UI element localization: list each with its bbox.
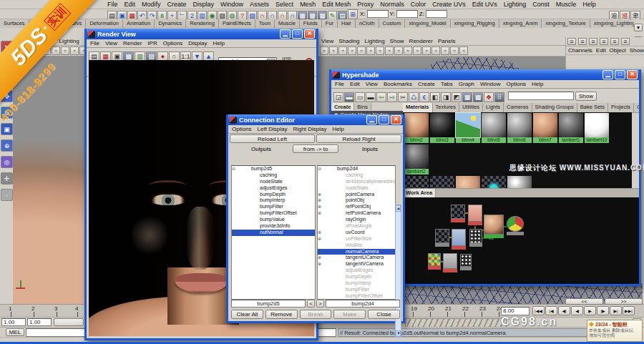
tab-utilities[interactable]: Utilities xyxy=(459,103,483,112)
rearrange-graph-icon[interactable]: ♺ xyxy=(409,92,419,102)
y-input[interactable] xyxy=(396,10,418,18)
universal-manipulator-tool[interactable]: ⊕ xyxy=(1,139,13,152)
range-prev-button[interactable]: << xyxy=(565,298,603,305)
xray-icon[interactable]: ▫ xyxy=(450,46,459,55)
frame-4[interactable]: 4 xyxy=(75,305,78,312)
tab-bake-sets[interactable]: Bake Sets xyxy=(577,103,608,112)
menu-main-proxy[interactable]: Proxy xyxy=(357,1,374,8)
minimize-button[interactable]: ▁ xyxy=(280,29,291,39)
menu-channel-box-show[interactable]: Show xyxy=(630,47,644,54)
expand-icon[interactable]: ⊕ xyxy=(318,197,324,204)
menu-main-select[interactable]: Select xyxy=(275,1,293,8)
forward-icon[interactable]: ⇨ xyxy=(387,92,397,102)
lights-icon[interactable]: ▫ xyxy=(422,46,431,55)
projection-node[interactable] xyxy=(452,229,466,250)
speed-fast-icon[interactable]: ≡ xyxy=(589,38,597,45)
toggle-panels-icon[interactable]: ◲ xyxy=(333,92,343,102)
inputs-list[interactable]: ⊖bump2d4cachingisHistoricallyInteresting… xyxy=(317,165,396,300)
menu-main-file[interactable]: File xyxy=(107,1,118,8)
menu-render-view-ipr[interactable]: IPR xyxy=(147,40,157,46)
output-item-bump2d5[interactable]: ⊖bump2d5 xyxy=(232,166,315,172)
menu-main-window[interactable]: Window xyxy=(220,1,243,8)
clear-graph-icon[interactable]: ✂ xyxy=(398,92,408,102)
swatch-blinn3[interactable]: blinn3 xyxy=(430,113,454,143)
from-to-button[interactable]: from -> to xyxy=(293,144,338,153)
frame-3[interactable]: 3 xyxy=(54,305,57,312)
hyperbolic-icon[interactable]: ≡ xyxy=(610,38,619,45)
swatch-blinn5[interactable]: blinn5 xyxy=(482,113,506,143)
input-item-nodestate[interactable]: nodeState xyxy=(318,185,395,192)
scroll-up-icon[interactable]: ▲ xyxy=(396,205,401,212)
shaded-icon[interactable]: ▫ xyxy=(404,46,412,55)
grid-icon[interactable]: ⠿ xyxy=(494,92,504,102)
input-item-bump2d4[interactable]: ⊖bump2d4 xyxy=(318,166,395,172)
swatch-lambert9[interactable]: lambert9 xyxy=(456,176,480,188)
tab-materials[interactable]: Materials xyxy=(403,103,433,112)
step-back-frame-icon[interactable]: |◀ xyxy=(545,306,557,315)
expand-icon[interactable]: ⊖ xyxy=(232,166,238,172)
field-chart-icon[interactable]: ▫ xyxy=(61,46,69,55)
person-icon[interactable]: ≡ xyxy=(600,38,608,45)
shading-group-node[interactable] xyxy=(507,216,524,235)
input-item-uvcoord[interactable]: ⊕uvCoord xyxy=(318,230,395,236)
shelf-tab-muscle[interactable]: Muscle xyxy=(275,19,300,28)
work-area-graph[interactable] xyxy=(403,197,639,284)
camera-icon[interactable]: ▫ xyxy=(320,46,328,55)
close-button[interactable]: Close xyxy=(368,310,400,319)
expand-icon[interactable]: ⊕ xyxy=(318,255,324,261)
menu-hypershade-create[interactable]: Create xyxy=(418,81,435,87)
input-item-bumpfilteroffset[interactable]: bumpFilterOffset xyxy=(318,293,395,300)
maximize-button[interactable]: □ xyxy=(379,115,389,124)
gate-mask-icon[interactable]: ▫ xyxy=(52,46,60,55)
film-gate-icon[interactable]: ▫ xyxy=(338,46,347,55)
projection-node[interactable] xyxy=(468,205,482,225)
input-item-ishistoricallyinteresting[interactable]: isHistoricallyInteresting xyxy=(318,179,395,185)
play-forwards-icon[interactable]: ▶ xyxy=(584,306,596,315)
noise-node[interactable] xyxy=(460,254,472,270)
menu-right-panel-lighting[interactable]: Lighting xyxy=(365,38,385,44)
input-item-pointobj[interactable]: ⊕pointObj xyxy=(318,197,395,204)
menu-hypershade-edit[interactable]: Edit xyxy=(350,81,360,87)
hypershade-mode-3-icon[interactable]: ▬ xyxy=(366,92,376,102)
show-downstream-icon[interactable]: ▩ xyxy=(473,92,483,102)
input-item-refpointobj[interactable]: ⊕refPointObj xyxy=(318,204,395,210)
menu-right-panel-view[interactable]: View xyxy=(321,38,333,44)
show-button[interactable]: Show xyxy=(575,92,597,101)
menu-render-view-file[interactable]: File xyxy=(90,40,99,46)
output-connections-icon[interactable]: ◩ xyxy=(452,92,462,102)
close-button[interactable]: ✕ xyxy=(627,70,638,79)
shelf-tab-xingxing-lighting[interactable]: xingxing_Lighting xyxy=(590,19,634,28)
hypershade-mode-1-icon[interactable]: ▬ xyxy=(344,92,354,102)
shelf-tab-painteffects[interactable]: PaintEffects xyxy=(219,19,255,28)
scale-tool[interactable]: ▣ xyxy=(1,123,13,135)
menu-main-muscle[interactable]: Muscle xyxy=(556,1,577,8)
swap-left-button[interactable]: < xyxy=(307,300,315,308)
menu-main-mesh[interactable]: Mesh xyxy=(300,1,316,8)
menu-connection-editor-help[interactable]: Help xyxy=(333,126,344,132)
input-item-xpixelangle[interactable]: xPixelAngle xyxy=(318,223,395,230)
output-item-bumpdepth[interactable]: bumpDepth xyxy=(232,192,315,198)
frame-20[interactable]: 20 xyxy=(428,305,434,312)
exposure-icon[interactable]: ▫ xyxy=(459,46,468,55)
frame-19[interactable]: 19 xyxy=(411,305,417,312)
input-item-bumpdepth[interactable]: bumpDepth xyxy=(318,274,395,280)
output-item-bumpvalue[interactable]: bumpValue xyxy=(232,217,315,223)
tab-cameras[interactable]: Cameras xyxy=(504,103,532,112)
input-item-adjustedges[interactable]: adjustEdges xyxy=(318,267,395,274)
shelf-tab-toon[interactable]: Toon xyxy=(255,19,275,28)
menu-main-lighting[interactable]: Lighting xyxy=(504,1,527,8)
frame-2[interactable]: 2 xyxy=(31,305,34,312)
menu-connection-editor-options[interactable]: Options xyxy=(232,126,252,132)
menu-main-color[interactable]: Color xyxy=(411,1,426,8)
tab-create[interactable]: Create xyxy=(331,103,354,110)
render-view-titlebar[interactable]: Render View ▁ □ ✕ xyxy=(87,29,316,39)
tab-container-nodes[interactable]: Container Nodes xyxy=(634,103,639,112)
input-item-rayorigin[interactable]: rayOrigin xyxy=(318,217,395,223)
menu-main-const[interactable]: Const xyxy=(532,1,550,8)
tab-textures[interactable]: Textures xyxy=(433,103,459,112)
output-item-provide3dinfo[interactable]: provide3dInfo xyxy=(232,223,315,230)
shelf-tab-xingxing-anim[interactable]: xingxing_Anim xyxy=(499,19,542,28)
safe-action-icon[interactable]: ▫ xyxy=(376,46,384,55)
close-button[interactable]: ✕ xyxy=(304,29,315,39)
expand-icon[interactable]: ⊖ xyxy=(318,166,324,172)
